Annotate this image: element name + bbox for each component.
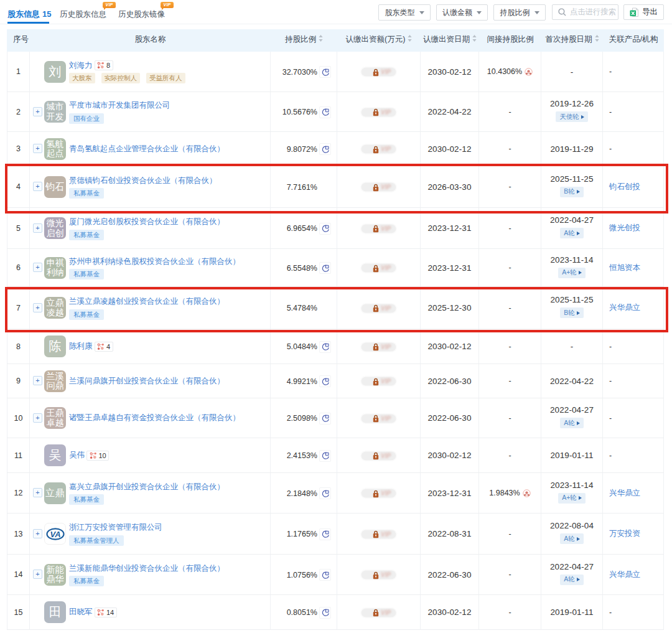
svg-text:VA: VA bbox=[50, 529, 60, 538]
